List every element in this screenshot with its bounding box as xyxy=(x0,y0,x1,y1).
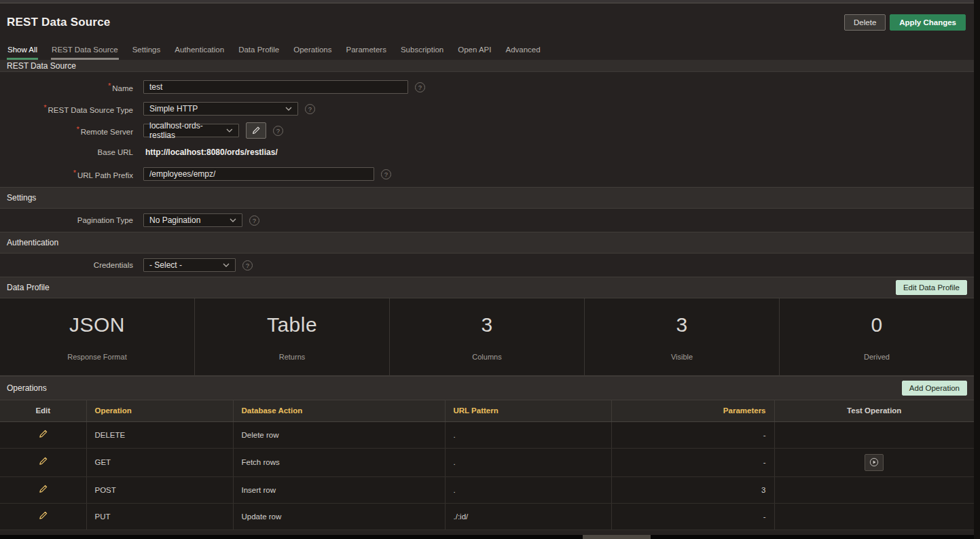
edit-cell xyxy=(0,476,86,503)
tab-advanced[interactable]: Advanced xyxy=(505,46,541,60)
tab-settings[interactable]: Settings xyxy=(132,46,162,60)
url-pattern-cell: . xyxy=(445,476,611,503)
tab-parameters[interactable]: Parameters xyxy=(346,46,387,60)
help-icon[interactable]: ? xyxy=(381,169,391,179)
data-profile-card-visible: 3Visible xyxy=(585,298,780,375)
authentication-section-header: Authentication xyxy=(0,232,974,254)
chevron-down-icon xyxy=(223,263,230,267)
authentication-form: Credentials - Select - ? xyxy=(0,254,974,277)
pencil-icon xyxy=(38,456,48,466)
tab-show-all[interactable]: Show All xyxy=(7,46,38,60)
settings-section-title: Settings xyxy=(7,193,36,203)
column-header-test-operation: Test Operation xyxy=(774,400,974,421)
operation-cell: PUT xyxy=(86,503,233,529)
remote-server-field-label: *Remote Server xyxy=(0,125,136,136)
help-icon[interactable]: ? xyxy=(249,215,259,226)
tab-rest-data-source[interactable]: REST Data Source xyxy=(51,46,119,60)
url-pattern-cell: . xyxy=(445,448,611,476)
tab-subscription[interactable]: Subscription xyxy=(400,46,444,60)
tab-operations[interactable]: Operations xyxy=(293,46,332,60)
data-profile-card-returns: TableReturns xyxy=(195,298,390,375)
operations-header-row: EditOperationDatabase ActionURL PatternP… xyxy=(0,400,974,421)
edit-operation-button[interactable] xyxy=(37,428,50,442)
apply-changes-button[interactable]: Apply Changes xyxy=(890,14,966,31)
card-value: JSON xyxy=(69,313,125,336)
edit-remote-server-button[interactable] xyxy=(246,122,266,139)
parameters-cell: - xyxy=(611,421,774,448)
help-icon[interactable]: ? xyxy=(273,126,283,136)
database-action-cell: Update row xyxy=(233,503,445,529)
tab-authentication[interactable]: Authentication xyxy=(174,46,225,60)
rest-data-source-type-select[interactable]: Simple HTTP xyxy=(143,102,298,116)
horizontal-scrollbar-thumb[interactable] xyxy=(583,535,651,539)
data-profile-card-derived: 0Derived xyxy=(780,298,974,375)
chevron-down-icon xyxy=(226,128,233,133)
pencil-icon xyxy=(38,510,48,521)
pencil-icon xyxy=(38,484,48,494)
edit-operation-button[interactable] xyxy=(37,455,50,470)
pagination-type-field-row: Pagination Type No Pagination ? xyxy=(0,209,974,231)
rest-data-source-page: REST Data Source Delete Apply Changes Sh… xyxy=(0,0,980,539)
rest-data-source-section-header: REST Data Source xyxy=(0,60,974,72)
tab-data-profile[interactable]: Data Profile xyxy=(238,46,280,60)
delete-button[interactable]: Delete xyxy=(844,14,886,31)
help-icon[interactable]: ? xyxy=(415,82,425,92)
tab-bar: Show AllREST Data SourceSettingsAuthenti… xyxy=(0,41,974,60)
base-url-field-label: Base URL xyxy=(0,148,136,156)
operation-cell: DELETE xyxy=(86,421,233,448)
vertical-scrollbar-track[interactable] xyxy=(974,0,980,539)
required-marker: * xyxy=(76,125,79,133)
parameters-cell: - xyxy=(611,448,774,476)
edit-cell xyxy=(0,503,86,529)
database-action-cell: Fetch rows xyxy=(233,448,445,476)
credentials-select[interactable]: - Select - xyxy=(143,258,236,272)
test-operation-cell xyxy=(774,503,974,529)
url-path-prefix-field-label: *URL Path Prefix xyxy=(0,169,136,179)
page-title: REST Data Source xyxy=(7,16,110,29)
edit-operation-button[interactable] xyxy=(37,509,50,524)
name-input[interactable] xyxy=(143,80,408,94)
authentication-section-title: Authentication xyxy=(7,238,58,247)
tab-open-api[interactable]: Open API xyxy=(457,46,492,60)
card-value: 3 xyxy=(481,313,492,336)
column-header-edit: Edit xyxy=(0,400,86,421)
operations-table: EditOperationDatabase ActionURL PatternP… xyxy=(0,400,974,530)
pagination-type-select[interactable]: No Pagination xyxy=(143,213,242,227)
edit-cell xyxy=(0,448,86,476)
test-operation-button[interactable] xyxy=(865,454,884,471)
pencil-icon xyxy=(251,126,261,135)
column-header-parameters[interactable]: Parameters xyxy=(611,400,774,421)
play-icon xyxy=(869,457,879,467)
card-label: Columns xyxy=(472,353,501,361)
header-actions: Delete Apply Changes xyxy=(844,14,966,31)
add-operation-button[interactable]: Add Operation xyxy=(902,381,967,396)
column-header-database-action[interactable]: Database Action xyxy=(233,400,445,421)
operation-row-delete: DELETEDelete row.- xyxy=(0,421,974,448)
card-label: Response Format xyxy=(67,353,126,361)
remote-server-select[interactable]: localhost-ords-restlias xyxy=(143,124,239,137)
column-header-operation[interactable]: Operation xyxy=(86,400,233,421)
required-marker: * xyxy=(43,103,46,111)
required-marker: * xyxy=(108,82,111,90)
edit-data-profile-button[interactable]: Edit Data Profile xyxy=(896,280,967,295)
url-pattern-cell: . xyxy=(445,421,611,448)
name-field-row: *Name ? xyxy=(0,76,974,98)
horizontal-scrollbar[interactable] xyxy=(0,535,974,539)
chevron-down-icon xyxy=(285,107,292,111)
edit-operation-button[interactable] xyxy=(37,483,50,498)
settings-section-header: Settings xyxy=(0,187,974,209)
pencil-icon xyxy=(38,429,48,439)
pagination-type-field-label: Pagination Type xyxy=(0,216,136,224)
credentials-field-label: Credentials xyxy=(0,261,136,269)
operations-section-header: Operations Add Operation xyxy=(0,376,974,400)
column-header-url-pattern[interactable]: URL Pattern xyxy=(445,400,611,421)
operations-table-body: DELETEDelete row.-GETFetch rows.-POSTIns… xyxy=(0,421,974,529)
rest-data-source-form: *Name ? *REST Data Source Type Simple HT… xyxy=(0,72,974,187)
help-icon[interactable]: ? xyxy=(305,104,315,114)
card-label: Derived xyxy=(864,353,890,361)
card-label: Visible xyxy=(671,353,693,361)
rest-data-source-section-title: REST Data Source xyxy=(7,61,76,71)
url-path-prefix-input[interactable] xyxy=(143,167,374,181)
page-header: REST Data Source Delete Apply Changes xyxy=(0,3,974,41)
help-icon[interactable]: ? xyxy=(242,260,253,271)
